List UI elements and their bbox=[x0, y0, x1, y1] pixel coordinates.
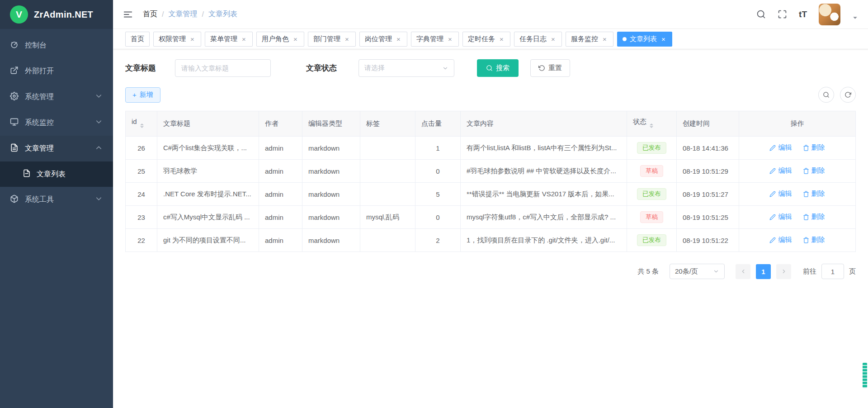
tab-permission-mgmt[interactable]: 权限管理× bbox=[153, 32, 201, 47]
fullscreen-icon[interactable] bbox=[778, 9, 787, 19]
search-button[interactable]: 搜索 bbox=[477, 59, 519, 77]
tab-scheduled-task[interactable]: 定时任务× bbox=[462, 32, 510, 47]
cell-id: 26 bbox=[126, 137, 157, 160]
delete-button[interactable]: 删除 bbox=[803, 236, 825, 244]
edit-button[interactable]: 编辑 bbox=[769, 166, 792, 175]
sidebar: V ZrAdmin.NET 控制台 外部打开 系统管理 系统监控 bbox=[0, 0, 113, 408]
breadcrumb-separator: / bbox=[202, 10, 203, 19]
sidebar-item-system-tools[interactable]: 系统工具 bbox=[0, 187, 113, 213]
chevron-down-icon[interactable] bbox=[852, 14, 858, 23]
tab-service-monitor[interactable]: 服务监控× bbox=[566, 32, 613, 47]
goto-suffix: 页 bbox=[849, 267, 856, 276]
close-icon[interactable]: × bbox=[498, 36, 505, 43]
menu-fold-icon[interactable] bbox=[123, 9, 133, 19]
tab-home[interactable]: 首页 bbox=[125, 32, 150, 47]
goto-page-input[interactable] bbox=[821, 264, 844, 279]
article-title-input[interactable] bbox=[175, 59, 271, 77]
cell-clicks: 5 bbox=[415, 183, 461, 206]
table-row[interactable]: 26 C#两个list集合实现关联，... admin markdown 1 有… bbox=[126, 137, 856, 160]
delete-button[interactable]: 删除 bbox=[803, 166, 825, 175]
user-avatar[interactable] bbox=[819, 4, 840, 25]
tab-task-log[interactable]: 任务日志× bbox=[514, 32, 562, 47]
column-header-title: 文章标题 bbox=[157, 111, 259, 137]
gear-icon bbox=[10, 92, 19, 102]
next-page-button[interactable] bbox=[776, 264, 791, 279]
cell-actions: 编辑 删除 bbox=[739, 206, 856, 229]
cell-author: admin bbox=[259, 183, 302, 206]
select-placeholder: 请选择 bbox=[364, 64, 385, 72]
cell-content: 有两个list,listA 和listB，listA中有三个属性列为St... bbox=[461, 137, 627, 160]
page-content: 文章标题 文章状态 请选择 搜索 重置 + bbox=[113, 49, 868, 408]
sidebar-item-system-mgmt[interactable]: 系统管理 bbox=[0, 84, 113, 110]
status-badge: 草稿 bbox=[640, 165, 663, 177]
breadcrumb-article-mgmt[interactable]: 文章管理 bbox=[168, 9, 197, 19]
close-icon[interactable]: × bbox=[241, 36, 247, 43]
tab-menu-mgmt[interactable]: 菜单管理× bbox=[205, 32, 253, 47]
column-header-id[interactable]: id bbox=[126, 111, 157, 137]
cell-id: 22 bbox=[126, 229, 157, 252]
tab-dept-mgmt[interactable]: 部门管理× bbox=[308, 32, 356, 47]
close-icon[interactable]: × bbox=[189, 36, 196, 43]
cell-tags bbox=[360, 160, 415, 183]
cell-editor-type: markdown bbox=[302, 137, 360, 160]
breadcrumb-separator: / bbox=[162, 10, 164, 19]
tab-dict-mgmt[interactable]: 字典管理× bbox=[411, 32, 459, 47]
delete-button[interactable]: 删除 bbox=[803, 213, 825, 221]
breadcrumb-home[interactable]: 首页 bbox=[143, 9, 157, 19]
close-icon[interactable]: × bbox=[395, 36, 402, 43]
toggle-search-button[interactable] bbox=[818, 87, 834, 103]
table-row[interactable]: 22 git 为不同的项目设置不同... admin markdown 2 1，… bbox=[126, 229, 856, 252]
cell-actions: 编辑 删除 bbox=[739, 160, 856, 183]
chevron-down-icon bbox=[713, 268, 719, 275]
table-row[interactable]: 23 c#写入Mysql中文显示乱码 ... admin markdown my… bbox=[126, 206, 856, 229]
close-icon[interactable]: × bbox=[344, 36, 350, 43]
column-header-status[interactable]: 状态 bbox=[627, 111, 677, 137]
cell-title: c#写入Mysql中文显示乱码 ... bbox=[157, 206, 259, 229]
add-button[interactable]: + 新增 bbox=[125, 87, 160, 103]
font-size-icon[interactable]: tT bbox=[799, 9, 807, 19]
cell-author: admin bbox=[259, 137, 302, 160]
refresh-button[interactable] bbox=[840, 87, 856, 103]
document-icon bbox=[23, 169, 31, 179]
delete-button[interactable]: 删除 bbox=[803, 143, 825, 152]
table-row[interactable]: 24 .NET Core 发布时提示.NET... admin markdown… bbox=[126, 183, 856, 206]
edit-button[interactable]: 编辑 bbox=[769, 190, 792, 198]
cell-content: #羽毛球拍参数说明 ## 中管软硬选择以及长度介... bbox=[461, 160, 627, 183]
sidebar-item-label: 文章管理 bbox=[25, 144, 54, 153]
cell-content: 1，找到项目所在目录下的 .git/文件夹，进入.git/... bbox=[461, 229, 627, 252]
external-link-icon bbox=[10, 66, 19, 76]
cell-title: .NET Core 发布时提示.NET... bbox=[157, 183, 259, 206]
app-title: ZrAdmin.NET bbox=[34, 9, 93, 20]
tab-user-role[interactable]: 用户角色× bbox=[256, 32, 304, 47]
column-header-actions: 操作 bbox=[739, 111, 856, 137]
sidebar-item-external-open[interactable]: 外部打开 bbox=[0, 58, 113, 84]
close-icon[interactable]: × bbox=[660, 36, 667, 43]
page-size-select[interactable]: 20条/页 bbox=[670, 264, 725, 279]
close-icon[interactable]: × bbox=[601, 36, 608, 43]
scrollbar-thumb[interactable] bbox=[863, 363, 867, 388]
delete-button[interactable]: 删除 bbox=[803, 190, 825, 198]
reset-button[interactable]: 重置 bbox=[530, 59, 570, 77]
prev-page-button[interactable] bbox=[736, 264, 750, 279]
sidebar-item-console[interactable]: 控制台 bbox=[0, 33, 113, 58]
edit-button[interactable]: 编辑 bbox=[769, 213, 792, 221]
sidebar-item-article-list[interactable]: 文章列表 bbox=[0, 161, 113, 187]
edit-button[interactable]: 编辑 bbox=[769, 143, 792, 152]
page-number-button[interactable]: 1 bbox=[756, 264, 771, 279]
close-icon[interactable]: × bbox=[292, 36, 299, 43]
sidebar-item-system-monitor[interactable]: 系统监控 bbox=[0, 110, 113, 136]
edit-button[interactable]: 编辑 bbox=[769, 236, 792, 244]
search-icon[interactable] bbox=[756, 9, 766, 19]
tab-post-mgmt[interactable]: 岗位管理× bbox=[359, 32, 407, 47]
close-icon[interactable]: × bbox=[550, 36, 557, 43]
toolbar-right bbox=[818, 87, 856, 103]
article-status-select[interactable]: 请选择 bbox=[359, 59, 454, 77]
app-logo[interactable]: V ZrAdmin.NET bbox=[0, 0, 113, 29]
status-badge: 已发布 bbox=[637, 142, 666, 154]
tab-article-list[interactable]: 文章列表× bbox=[617, 32, 672, 47]
table-row[interactable]: 25 羽毛球教学 admin markdown 0 #羽毛球拍参数说明 ## 中… bbox=[126, 160, 856, 183]
close-icon[interactable]: × bbox=[447, 36, 453, 43]
sidebar-item-article-mgmt[interactable]: 文章管理 bbox=[0, 136, 113, 161]
search-form: 文章标题 文章状态 请选择 搜索 重置 bbox=[125, 59, 856, 77]
cell-title: C#两个list集合实现关联，... bbox=[157, 137, 259, 160]
